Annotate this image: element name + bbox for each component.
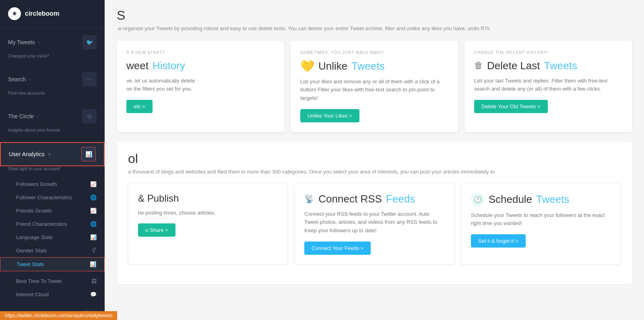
card-tweet-history: R A NEW START? weet History ve, let us a… (117, 41, 284, 132)
nav-icon-user-analytics: 📊 (81, 147, 96, 161)
nav-label-search: Search (8, 76, 26, 83)
nav-icon-my-tweets: 🐦 (82, 35, 97, 50)
logo-icon: ✳ (8, 7, 21, 20)
sub-nav-language-stats[interactable]: Language Stats 📊 (0, 231, 105, 244)
card2-btn[interactable]: Unlike Your Likes > (300, 109, 359, 122)
sub-nav-interest-cloud[interactable]: Interest Cloud 💬 (0, 288, 105, 301)
sub-label-friends-growth: Friends Growth (16, 208, 52, 214)
rss-icon: 📡 (304, 194, 314, 204)
sub-nav-friends-growth[interactable]: Friends Growth 📈 (0, 204, 105, 217)
sub-label-follower-characteristics: Follower Characteristics (16, 194, 72, 200)
sub-label-friend-characteristics: Friend Characteristics (16, 221, 67, 227)
sub-icon-followers-growth: 📈 (90, 181, 97, 187)
rss-section-block: ol a thousand of blogs and websites and … (117, 142, 632, 284)
nav-item-the-circle[interactable]: The Circle ‹ ⊙ (0, 105, 105, 128)
set-forget-btn[interactable]: Set it & forget it > (471, 234, 526, 248)
nav-sublabel-user-analytics: Shed light to your account! (0, 166, 105, 174)
logo-text: circleboom (25, 10, 59, 17)
rss-card3-desc: Schedule your Tweets to reach your follo… (471, 211, 611, 228)
card-delete-last-tweets: CHANGE THE RECENT HISTORY! 🗑 Delete Last… (464, 41, 632, 132)
nav-icon-search: ⋯ (82, 72, 97, 87)
sub-nav-friend-characteristics[interactable]: Friend Characteristics 🌐 (0, 217, 105, 231)
rss-description: a thousand of blogs and websites and fil… (128, 168, 621, 176)
sub-icon-interest-cloud: 💬 (90, 291, 97, 297)
card1-title: weet History (126, 60, 275, 72)
card2-desc: List your likes and remove any or all of… (300, 78, 448, 103)
nav-label-the-circle: The Circle (8, 113, 34, 120)
nav-label-my-tweets: My Tweets (8, 39, 35, 45)
nav-item-my-tweets[interactable]: My Tweets ‹ 🐦 (0, 31, 105, 54)
sub-label-best-time: Best Time To Tweet (16, 278, 62, 284)
sub-nav-best-time[interactable]: Best Time To Tweet 🖼 (0, 275, 105, 288)
connect-feeds-btn[interactable]: Connect Your Feeds > (304, 242, 371, 255)
rss-card3-title: 🕐 Schedule Tweets (471, 193, 611, 206)
sub-label-interest-cloud: Interest Cloud (16, 291, 49, 297)
sub-icon-follower-characteristics: 🌐 (90, 194, 97, 200)
sub-nav-tweet-stats[interactable]: Tweet Stats 📊 (0, 257, 105, 271)
rss-cards-grid: & Publish he posting times, choose artic… (128, 183, 621, 265)
sub-icon-gender-stats: ⚥ (92, 248, 97, 254)
chevron-search: ‹ (29, 77, 31, 82)
sub-label-tweet-stats: Tweet Stats (17, 261, 44, 267)
nav-sublabel-my-tweets: Changed your mind? (0, 54, 105, 62)
card2-subtitle: SOMETIMES, YOU JUST WALK AWAY! (300, 50, 448, 55)
clock-icon: 🕐 (471, 193, 485, 206)
sub-icon-tweet-stats: 📊 (90, 261, 96, 267)
card3-title: 🗑 Delete Last Tweets (474, 60, 622, 72)
nav-sublabel-the-circle: Insights about your friends (0, 128, 105, 136)
sub-icon-friend-characteristics: 🌐 (90, 221, 97, 227)
chevron-user-analytics: ∨ (48, 152, 51, 157)
rss-partial-title: ol (128, 151, 621, 166)
sub-nav-followers-growth[interactable]: Followers Growth 📈 (0, 178, 105, 191)
cards-grid-1: R A NEW START? weet History ve, let us a… (117, 41, 632, 132)
status-url: https://twitter.circleboom.com/analytics… (5, 313, 112, 318)
card1-subtitle: R A NEW START? (126, 50, 275, 55)
rss-card-schedule: 🕐 Schedule Tweets Schedule your Tweets t… (461, 183, 621, 265)
top-description: -e-organize your Tweets by providing rob… (117, 25, 632, 33)
nav-sublabel-search: Find new accounts (0, 91, 105, 99)
sub-icon-language-stats: 📊 (90, 234, 97, 240)
card-unlike-tweets: SOMETIMES, YOU JUST WALK AWAY! 💛 Unlike … (291, 41, 458, 132)
nav-label-user-analytics: User Analytics (9, 151, 45, 157)
nav-item-user-analytics[interactable]: User Analytics ∨ 📊 (0, 142, 105, 166)
rss-card2-desc: Connect your RSS feeds to your Twitter a… (304, 210, 444, 235)
heart-icon: 💛 (300, 60, 314, 73)
card1-desc: ve, let us automatically deleteon the fi… (126, 77, 275, 94)
status-bar: https://twitter.circleboom.com/analytics… (0, 311, 117, 320)
card3-subtitle: CHANGE THE RECENT HISTORY! (474, 50, 622, 55)
sub-label-language-stats: Language Stats (16, 234, 53, 240)
rss-card1-title: & Publish (138, 193, 278, 204)
trash-icon: 🗑 (474, 60, 483, 71)
sub-icon-friends-growth: 📈 (90, 208, 97, 214)
card2-title: 💛 Unlike Tweets (300, 60, 448, 73)
sub-icon-best-time: 🖼 (91, 278, 97, 284)
rss-card1-desc: he posting times, choose articles, (138, 209, 278, 217)
nav-icon-the-circle: ⊙ (82, 109, 97, 124)
chevron-the-circle: ‹ (37, 114, 39, 119)
rss-card2-title: 📡 Connect RSS Feeds (304, 193, 444, 205)
logo-area: ✳ circleboom (0, 0, 105, 28)
rss-card-publish: & Publish he posting times, choose artic… (128, 183, 288, 265)
card3-btn[interactable]: Delete Your Old Tweets > (474, 100, 548, 113)
rss-card1-btn[interactable]: o Share > (138, 223, 175, 237)
rss-card-connect-feeds: 📡 Connect RSS Feeds Connect your RSS fee… (294, 183, 454, 265)
sub-label-gender-stats: Gender Stats (16, 248, 47, 254)
nav-item-search[interactable]: Search ‹ ⋯ (0, 68, 105, 91)
card3-desc: List your last Tweets and replies. Filte… (474, 77, 622, 94)
sidebar: ✳ circleboom My Tweets ‹ 🐦 Changed your … (0, 0, 105, 320)
sub-nav-gender-stats[interactable]: Gender Stats ⚥ (0, 244, 105, 257)
sub-label-followers-growth: Followers Growth (16, 181, 57, 187)
sub-nav-follower-characteristics[interactable]: Follower Characteristics 🌐 (0, 191, 105, 204)
main-content: S -e-organize your Tweets by providing r… (105, 0, 644, 320)
partial-page-title: S (117, 8, 632, 23)
chevron-my-tweets: ‹ (38, 40, 40, 45)
card1-btn[interactable]: ets > (126, 100, 153, 113)
